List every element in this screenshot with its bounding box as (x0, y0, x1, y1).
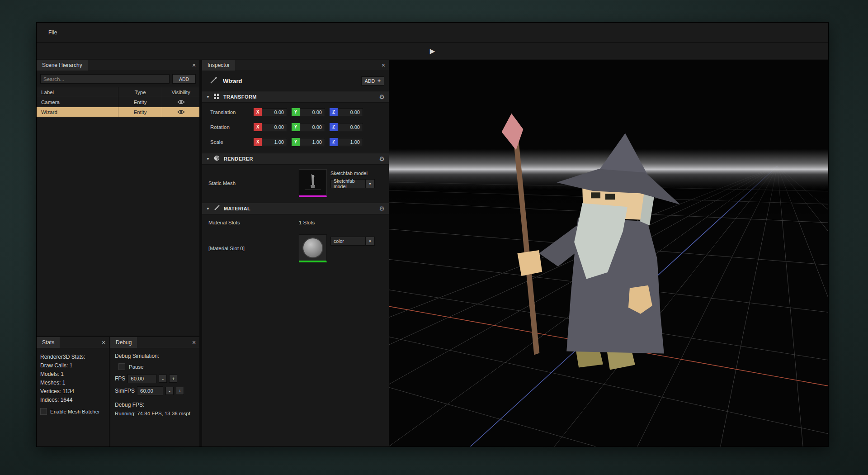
add-entity-button[interactable]: ADD (172, 74, 196, 84)
axis-z-badge[interactable]: Z (330, 123, 338, 131)
gear-icon[interactable]: ⚙ (379, 94, 385, 100)
axis-z-badge[interactable]: Z (330, 108, 338, 116)
tab-scene-hierarchy[interactable]: Scene Hierarchy (37, 60, 88, 71)
stats-line: Meshes: 1 (40, 379, 105, 387)
3d-viewport[interactable] (389, 60, 828, 446)
static-mesh-label: Static Mesh (208, 180, 299, 186)
renderer-section-header[interactable]: ▼ RENDERER ⚙ (202, 153, 389, 165)
wizard-left-eye (591, 192, 600, 198)
fps-input[interactable] (127, 374, 156, 383)
column-header-type[interactable]: Type (118, 87, 162, 97)
entity-label: Camera (37, 97, 118, 107)
simfps-input[interactable] (137, 386, 163, 395)
close-icon[interactable]: × (378, 60, 389, 71)
axis-y-badge[interactable]: Y (292, 108, 300, 116)
pause-checkbox[interactable] (118, 363, 125, 370)
material-slots-label: Material Slots (208, 220, 299, 225)
translation-y-field[interactable]: 0.00 (300, 108, 325, 116)
close-icon[interactable]: × (98, 337, 109, 348)
mesh-batcher-checkbox[interactable] (40, 408, 47, 415)
chevron-down-icon[interactable]: ▼ (206, 157, 210, 161)
wand-icon (209, 76, 217, 86)
table-row-camera[interactable]: Camera Entity (37, 97, 199, 107)
transform-section-title: TRANSFORM (223, 94, 375, 100)
mesh-asset-name: Sketchfab model (330, 171, 375, 176)
axis-x-badge[interactable]: X (254, 123, 262, 131)
debug-panel: Debug × Debug Simulation: Pause FPS - + … (110, 337, 199, 446)
plus-icon: + (377, 78, 381, 84)
rotation-x-field[interactable]: 0.00 (262, 123, 287, 131)
axis-y-badge[interactable]: Y (292, 138, 300, 146)
search-input[interactable] (40, 74, 170, 84)
translation-x-field[interactable]: 0.00 (262, 108, 287, 116)
menu-file[interactable]: File (45, 28, 61, 38)
visibility-eye-icon[interactable] (162, 97, 199, 107)
tab-inspector[interactable]: Inspector (202, 60, 235, 71)
debug-tabbar: Debug × (110, 337, 199, 348)
chevron-down-icon[interactable]: ▼ (366, 179, 375, 188)
simfps-increment-button[interactable]: + (176, 387, 184, 395)
material-combo-field[interactable]: color (330, 237, 366, 246)
translation-z-field[interactable]: 0.00 (338, 108, 363, 116)
axis-y-badge[interactable]: Y (292, 123, 300, 131)
tab-stats[interactable]: Stats (37, 337, 60, 348)
play-button[interactable]: ▶ (426, 47, 439, 55)
axis-z-badge[interactable]: Z (330, 138, 338, 146)
static-mesh-row: Static Mesh Sketchfab model Sketchfab mo… (202, 165, 389, 203)
material-thumbnail[interactable] (299, 234, 327, 262)
simfps-label: SimFPS (115, 388, 135, 394)
rotation-label: Rotation (210, 124, 254, 130)
rotation-y-field[interactable]: 0.00 (300, 123, 325, 131)
stats-tabbar: Stats × (37, 337, 109, 348)
mesh-combo: Sketchfab model ▼ (330, 179, 375, 188)
hierarchy-table-header: Label Type Visibility (37, 87, 199, 97)
mesh-batcher-row: Enable Mesh Batcher (40, 408, 105, 415)
fps-increment-button[interactable]: + (169, 375, 177, 383)
scene-hierarchy-tabbar: Scene Hierarchy × (37, 60, 199, 71)
visibility-eye-icon[interactable] (162, 107, 199, 117)
mesh-combo-field[interactable]: Sketchfab model (330, 179, 366, 188)
tab-debug[interactable]: Debug (110, 337, 137, 348)
chevron-down-icon[interactable]: ▼ (206, 95, 210, 99)
add-component-label: ADD (365, 78, 375, 84)
column-header-label[interactable]: Label (37, 87, 118, 97)
menu-bar: File (37, 23, 828, 43)
axis-x-badge[interactable]: X (254, 108, 262, 116)
stats-line: Renderer3D Stats: (40, 353, 105, 361)
material-slots-row: Material Slots 1 Slots (202, 216, 389, 229)
material-sphere-preview (302, 238, 323, 258)
stats-line: Indices: 1644 (40, 396, 105, 404)
close-icon[interactable]: × (189, 337, 199, 348)
transform-section-header[interactable]: ▼ TRANSFORM ⚙ (202, 91, 389, 103)
editor-window: File ▶ Scene Hierarchy × ADD Label Type … (36, 22, 829, 447)
inspector-body: Wizard ADD + ▼ TRANSFORM ⚙ Trans (202, 71, 389, 446)
scale-y-field[interactable]: 1.00 (300, 138, 325, 146)
debug-fps-title: Debug FPS: (115, 401, 195, 409)
scale-x-field[interactable]: 1.00 (262, 138, 287, 146)
axis-x-badge[interactable]: X (254, 138, 262, 146)
brush-icon (214, 205, 220, 212)
debug-body: Debug Simulation: Pause FPS - + SimFPS -… (110, 348, 199, 446)
renderer-section-title: RENDERER (224, 156, 375, 162)
gear-icon[interactable]: ⚙ (379, 205, 385, 212)
rotation-z-field[interactable]: 0.00 (338, 123, 363, 131)
wizard-right-eye (605, 194, 615, 200)
gear-icon[interactable]: ⚙ (379, 156, 385, 162)
scale-row: Scale X1.00 Y1.00 Z1.00 (202, 134, 389, 149)
column-header-visibility[interactable]: Visibility (162, 87, 199, 97)
fps-decrement-button[interactable]: - (159, 375, 167, 383)
chevron-down-icon[interactable]: ▼ (206, 207, 210, 211)
scale-z-field[interactable]: 1.00 (338, 138, 363, 146)
table-row-wizard[interactable]: Wizard Entity (37, 107, 199, 117)
translation-label: Translation (210, 109, 254, 115)
close-icon[interactable]: × (189, 60, 199, 71)
material-section-header[interactable]: ▼ MATERIAL ⚙ (202, 203, 389, 214)
stats-line: Draw Calls: 1 (40, 361, 105, 370)
mesh-thumbnail[interactable] (299, 169, 327, 197)
simfps-decrement-button[interactable]: - (165, 387, 174, 395)
inspector-panel: Inspector × Wizard ADD + ▼ (202, 60, 389, 446)
stats-line: Models: 1 (40, 370, 105, 379)
mesh-batcher-label: Enable Mesh Batcher (50, 409, 100, 414)
chevron-down-icon[interactable]: ▼ (366, 237, 375, 246)
add-component-button[interactable]: ADD + (361, 76, 384, 86)
